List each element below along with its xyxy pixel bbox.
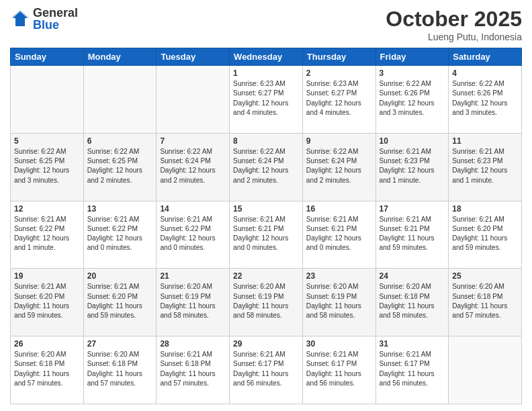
day-info: Sunrise: 6:23 AMSunset: 6:27 PMDaylight:… <box>233 79 299 118</box>
calendar-cell-w3-d6: 17Sunrise: 6:21 AMSunset: 6:21 PMDayligh… <box>375 201 449 269</box>
col-sunday: Sunday <box>11 48 84 66</box>
day-number: 30 <box>306 339 372 349</box>
calendar-cell-w3-d4: 15Sunrise: 6:21 AMSunset: 6:21 PMDayligh… <box>230 201 303 269</box>
day-number: 20 <box>87 271 153 281</box>
calendar-cell-w1-d7: 4Sunrise: 6:22 AMSunset: 6:26 PMDaylight… <box>449 66 522 134</box>
calendar-cell-w2-d5: 9Sunrise: 6:22 AMSunset: 6:24 PMDaylight… <box>302 133 375 201</box>
calendar-cell-w5-d2: 27Sunrise: 6:20 AMSunset: 6:18 PMDayligh… <box>83 336 157 404</box>
day-info: Sunrise: 6:21 AMSunset: 6:18 PMDaylight:… <box>160 350 226 388</box>
day-info: Sunrise: 6:21 AMSunset: 6:20 PMDaylight:… <box>452 215 518 253</box>
day-number: 23 <box>306 271 372 281</box>
day-info: Sunrise: 6:22 AMSunset: 6:25 PMDaylight:… <box>87 147 153 185</box>
day-info: Sunrise: 6:22 AMSunset: 6:25 PMDaylight:… <box>14 147 80 185</box>
day-number: 12 <box>14 204 80 214</box>
day-info: Sunrise: 6:22 AMSunset: 6:24 PMDaylight:… <box>233 147 299 185</box>
col-friday: Friday <box>375 48 449 66</box>
calendar-cell-w1-d1 <box>11 66 84 134</box>
day-info: Sunrise: 6:21 AMSunset: 6:23 PMDaylight:… <box>380 147 445 185</box>
day-number: 8 <box>233 136 299 146</box>
calendar-cell-w4-d2: 20Sunrise: 6:21 AMSunset: 6:20 PMDayligh… <box>83 269 157 336</box>
col-saturday: Saturday <box>449 48 522 66</box>
day-number: 19 <box>14 271 80 281</box>
calendar-week-2: 5Sunrise: 6:22 AMSunset: 6:25 PMDaylight… <box>11 133 522 201</box>
calendar-cell-w1-d5: 2Sunrise: 6:23 AMSunset: 6:27 PMDaylight… <box>302 66 375 134</box>
calendar-cell-w3-d5: 16Sunrise: 6:21 AMSunset: 6:21 PMDayligh… <box>302 201 375 269</box>
calendar-cell-w4-d7: 25Sunrise: 6:20 AMSunset: 6:18 PMDayligh… <box>449 269 522 336</box>
day-info: Sunrise: 6:20 AMSunset: 6:18 PMDaylight:… <box>14 350 80 388</box>
day-info: Sunrise: 6:21 AMSunset: 6:22 PMDaylight:… <box>160 215 226 253</box>
day-number: 1 <box>233 68 299 78</box>
day-info: Sunrise: 6:21 AMSunset: 6:22 PMDaylight:… <box>87 215 153 253</box>
calendar-cell-w1-d3 <box>157 66 230 134</box>
logo-blue-text: Blue <box>33 19 78 31</box>
calendar-week-3: 12Sunrise: 6:21 AMSunset: 6:22 PMDayligh… <box>11 201 522 269</box>
month-title: October 2025 <box>386 7 522 32</box>
calendar-cell-w5-d4: 29Sunrise: 6:21 AMSunset: 6:17 PMDayligh… <box>230 336 303 404</box>
calendar-cell-w1-d2 <box>83 66 157 134</box>
calendar-cell-w2-d1: 5Sunrise: 6:22 AMSunset: 6:25 PMDaylight… <box>11 133 84 201</box>
day-info: Sunrise: 6:21 AMSunset: 6:17 PMDaylight:… <box>380 350 445 388</box>
calendar-cell-w3-d1: 12Sunrise: 6:21 AMSunset: 6:22 PMDayligh… <box>11 201 84 269</box>
day-number: 9 <box>306 136 372 146</box>
day-number: 2 <box>306 68 372 78</box>
title-block: October 2025 Lueng Putu, Indonesia <box>386 7 522 42</box>
calendar-cell-w5-d7 <box>449 336 522 404</box>
day-number: 4 <box>452 68 518 78</box>
header: General Blue October 2025 Lueng Putu, In… <box>10 7 522 42</box>
day-number: 29 <box>233 339 299 349</box>
day-info: Sunrise: 6:22 AMSunset: 6:26 PMDaylight:… <box>452 79 518 118</box>
calendar-cell-w5-d5: 30Sunrise: 6:21 AMSunset: 6:17 PMDayligh… <box>302 336 375 404</box>
calendar-cell-w4-d1: 19Sunrise: 6:21 AMSunset: 6:20 PMDayligh… <box>11 269 84 336</box>
day-number: 24 <box>380 271 445 281</box>
logo: General Blue <box>10 7 78 31</box>
day-number: 6 <box>87 136 153 146</box>
calendar-cell-w2-d4: 8Sunrise: 6:22 AMSunset: 6:24 PMDaylight… <box>230 133 303 201</box>
day-info: Sunrise: 6:22 AMSunset: 6:26 PMDaylight:… <box>380 79 445 118</box>
calendar-cell-w4-d4: 22Sunrise: 6:20 AMSunset: 6:19 PMDayligh… <box>230 269 303 336</box>
logo-text: General Blue <box>33 7 78 31</box>
calendar-cell-w2-d6: 10Sunrise: 6:21 AMSunset: 6:23 PMDayligh… <box>375 133 449 201</box>
day-number: 15 <box>233 204 299 214</box>
day-number: 25 <box>452 271 518 281</box>
calendar-cell-w5-d3: 28Sunrise: 6:21 AMSunset: 6:18 PMDayligh… <box>157 336 230 404</box>
day-info: Sunrise: 6:21 AMSunset: 6:17 PMDaylight:… <box>306 350 372 388</box>
day-number: 31 <box>380 339 445 349</box>
calendar-cell-w4-d6: 24Sunrise: 6:20 AMSunset: 6:18 PMDayligh… <box>375 269 449 336</box>
col-tuesday: Tuesday <box>157 48 230 66</box>
day-info: Sunrise: 6:22 AMSunset: 6:24 PMDaylight:… <box>160 147 226 185</box>
day-number: 7 <box>160 136 226 146</box>
day-info: Sunrise: 6:20 AMSunset: 6:18 PMDaylight:… <box>87 350 153 388</box>
day-info: Sunrise: 6:20 AMSunset: 6:19 PMDaylight:… <box>233 282 299 320</box>
calendar-week-1: 1Sunrise: 6:23 AMSunset: 6:27 PMDaylight… <box>11 66 522 134</box>
day-number: 21 <box>160 271 226 281</box>
calendar-week-4: 19Sunrise: 6:21 AMSunset: 6:20 PMDayligh… <box>11 269 522 336</box>
col-thursday: Thursday <box>302 48 375 66</box>
day-number: 16 <box>306 204 372 214</box>
day-number: 22 <box>233 271 299 281</box>
calendar-cell-w1-d6: 3Sunrise: 6:22 AMSunset: 6:26 PMDaylight… <box>375 66 449 134</box>
location: Lueng Putu, Indonesia <box>386 32 522 42</box>
col-monday: Monday <box>83 48 157 66</box>
day-number: 11 <box>452 136 518 146</box>
calendar-week-5: 26Sunrise: 6:20 AMSunset: 6:18 PMDayligh… <box>11 336 522 404</box>
day-number: 17 <box>380 204 445 214</box>
calendar-header-row: Sunday Monday Tuesday Wednesday Thursday… <box>11 48 522 66</box>
logo-icon <box>10 9 30 29</box>
day-number: 18 <box>452 204 518 214</box>
day-info: Sunrise: 6:21 AMSunset: 6:21 PMDaylight:… <box>306 215 372 253</box>
calendar-cell-w5-d1: 26Sunrise: 6:20 AMSunset: 6:18 PMDayligh… <box>11 336 84 404</box>
day-info: Sunrise: 6:21 AMSunset: 6:21 PMDaylight:… <box>380 215 445 253</box>
day-number: 28 <box>160 339 226 349</box>
day-info: Sunrise: 6:23 AMSunset: 6:27 PMDaylight:… <box>306 79 372 118</box>
day-info: Sunrise: 6:21 AMSunset: 6:22 PMDaylight:… <box>14 215 80 253</box>
day-info: Sunrise: 6:21 AMSunset: 6:20 PMDaylight:… <box>14 282 80 320</box>
day-number: 13 <box>87 204 153 214</box>
calendar-cell-w5-d6: 31Sunrise: 6:21 AMSunset: 6:17 PMDayligh… <box>375 336 449 404</box>
calendar-cell-w3-d3: 14Sunrise: 6:21 AMSunset: 6:22 PMDayligh… <box>157 201 230 269</box>
day-info: Sunrise: 6:21 AMSunset: 6:23 PMDaylight:… <box>452 147 518 185</box>
page: General Blue October 2025 Lueng Putu, In… <box>0 0 532 411</box>
day-number: 27 <box>87 339 153 349</box>
logo-general-text: General <box>33 7 78 19</box>
day-info: Sunrise: 6:20 AMSunset: 6:18 PMDaylight:… <box>452 282 518 320</box>
day-number: 5 <box>14 136 80 146</box>
